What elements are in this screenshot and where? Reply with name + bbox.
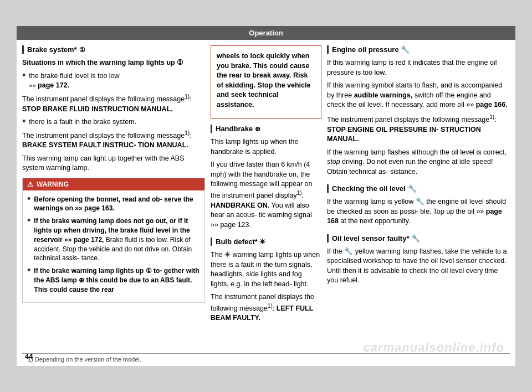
bulb-defect-section: Bulb defect* ✳ The ✳ warning lamp lights… [211, 238, 321, 323]
page-number: 44 [25, 352, 33, 360]
handbrake-icon: ⊕ [255, 125, 260, 133]
oil-text4: If the warning lamp flashes although the… [327, 148, 510, 177]
bulb-defect-title: Bulb defect* ✳ [211, 238, 321, 246]
highlight-box: wheels to lock quickly when you brake. T… [211, 45, 321, 119]
oil-sensor-title: Oil level sensor faulty* 🔧 [327, 234, 510, 243]
oil-text1: If this warning lamp is red it indicates… [327, 58, 510, 78]
engine-oil-section: Engine oil pressure 🔧 If this warning la… [327, 45, 510, 177]
header-title: Operation [249, 29, 283, 37]
watermark: carmanualsonline.info [364, 341, 505, 355]
oil-sensor-section: Oil level sensor faulty* 🔧 If the 🔧 yell… [327, 234, 510, 286]
warning-bullet-3: • If the brake warning lamp lights up ① … [27, 266, 200, 294]
oil-text2: If this warning symbol starts to flash, … [327, 81, 510, 110]
warning-triangle-icon: ⚠ [27, 180, 33, 188]
middle-column: wheels to lock quickly when you brake. T… [211, 45, 321, 331]
right-column: Engine oil pressure 🔧 If this warning la… [327, 45, 510, 331]
brake-bullet-1: • the brake fluid level is too low »» pa… [22, 71, 205, 91]
highlight-text: wheels to lock quickly when you brake. T… [217, 51, 315, 110]
bullet-dot-2: • [22, 116, 25, 126]
footer-note: 1) Depending on the version of the model… [22, 353, 510, 366]
bulb-text1: The ✳ warning lamp lights up when there … [211, 250, 321, 289]
brake-system-title: Brake system* ① [22, 45, 205, 54]
handbrake-text2: If you drive faster than 6 km/h (4 mph) … [211, 160, 321, 230]
left-column: Brake system* ① Situations in which the … [22, 45, 205, 331]
oil-text3: The instrument panel displays the follow… [327, 114, 510, 145]
warning-bullet-1: • Before opening the bonnet, read and ob… [27, 195, 200, 214]
checking-oil-title: Checking the oil level 🔧 [327, 184, 510, 193]
bulb-text2: The instrument panel displays the follow… [211, 292, 321, 323]
panel-msg-1: The instrument panel displays the follow… [22, 93, 205, 114]
checking-oil-section: Checking the oil level 🔧 If the warning … [327, 184, 510, 226]
page-header: Operation [17, 26, 515, 40]
brake-bullet-2: • there is a fault in the brake system. [22, 117, 205, 127]
handbrake-section: Handbrake ⊕ This lamp lights up when the… [211, 125, 321, 230]
warning-box: ⚠ WARNING • Before opening the bonnet, r… [22, 178, 205, 303]
handbrake-text1: This lamp lights up when the handbrake i… [211, 137, 321, 157]
together-text: This warning lamp can light up together … [22, 154, 205, 173]
brake-system-section: Brake system* ① Situations in which the … [22, 45, 205, 302]
checking-oil-text: If the warning lamp is yellow 🔧 the engi… [327, 197, 510, 226]
warning-header: ⚠ WARNING [23, 178, 204, 190]
situations-heading: Situations in which the warning lamp lig… [22, 58, 205, 68]
warning-bullet-2: • If the brake warning lamp does not go … [27, 216, 200, 263]
brake-icon: ① [79, 46, 85, 54]
content-area: Brake system* ① Situations in which the … [17, 40, 515, 353]
engine-oil-title: Engine oil pressure 🔧 [327, 45, 510, 54]
handbrake-title: Handbrake ⊕ [211, 125, 321, 133]
panel-msg-2: The instrument panel displays the follow… [22, 130, 205, 151]
warning-content: • Before opening the bonnet, read and ob… [23, 190, 204, 302]
manual-page: Operation Brake system* ① Situations in … [17, 26, 515, 365]
oil-sensor-text: If the 🔧 yellow warning lamp flashes, ta… [327, 247, 510, 286]
bullet-dot: • [22, 70, 25, 80]
